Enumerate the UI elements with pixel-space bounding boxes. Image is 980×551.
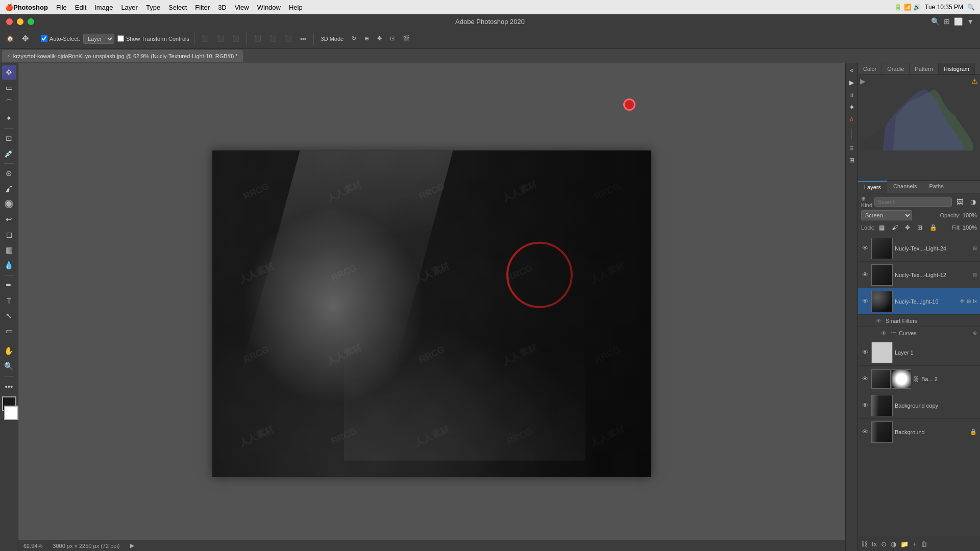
window-close-button[interactable] <box>6 18 13 25</box>
crop-tool[interactable]: ⊡ <box>2 131 16 145</box>
add-group-icon[interactable]: 📁 <box>900 540 909 548</box>
right-icon-1[interactable]: ▶ <box>847 78 857 88</box>
lock-position-btn[interactable]: ✥ <box>902 222 913 233</box>
smart-filter-visibility[interactable]: 👁 <box>874 318 883 324</box>
shape-tool[interactable]: ▭ <box>2 324 16 338</box>
right-icon-history[interactable]: ⌗ <box>847 90 857 100</box>
menu-edit[interactable]: Edit <box>75 4 86 11</box>
clone-stamp-tool[interactable]: 🔘 <box>2 197 16 211</box>
move-tool-button[interactable]: ✥ <box>19 32 31 45</box>
layer-visibility-icon[interactable]: 👁 <box>861 244 869 252</box>
tab-pattern[interactable]: Pattern <box>910 63 938 74</box>
menu-layer[interactable]: Layer <box>121 4 138 11</box>
rotate-3d-button[interactable]: ↻ <box>349 34 359 43</box>
brush-tool[interactable]: 🖌 <box>2 182 16 196</box>
add-adjustment-icon[interactable]: ◑ <box>891 540 896 548</box>
doc-tab-close[interactable]: × <box>7 53 10 59</box>
curves-visibility[interactable]: 👁 <box>879 330 888 336</box>
right-icon-props[interactable]: ⊞ <box>847 155 857 165</box>
auto-select-checkbox[interactable] <box>41 35 47 42</box>
pan-3d-button[interactable]: ✥ <box>375 34 384 43</box>
search-icon[interactable]: 🔍 <box>931 17 940 26</box>
right-icon-ai[interactable]: A <box>847 114 857 124</box>
magic-wand-tool[interactable]: ✦ <box>2 111 16 126</box>
lock-artboard-btn[interactable]: ⊞ <box>915 222 925 233</box>
maximize-icon[interactable]: ⬜ <box>954 17 963 26</box>
menu-3d[interactable]: 3D <box>218 4 227 11</box>
layer-item-active[interactable]: 👁 Nucly-Te...ight-10 👁 ⊞ fx <box>858 288 980 315</box>
menu-select[interactable]: Select <box>168 4 187 11</box>
curves-delete-icon[interactable]: ⊗ <box>973 330 977 336</box>
layer-visibility-icon[interactable]: 👁 <box>861 402 869 409</box>
layer-item-background[interactable]: 👁 Background 🔒 <box>858 419 980 445</box>
tab-layers[interactable]: Layers <box>858 181 887 193</box>
blur-tool[interactable]: 💧 <box>2 258 16 272</box>
delete-layer-icon[interactable]: 🗑 <box>921 540 927 548</box>
layer-item[interactable]: 👁 Nucly-Tex...-Light-12 ⊞ <box>858 262 980 288</box>
lock-image-btn[interactable]: 🖌 <box>889 222 900 233</box>
menu-file[interactable]: File <box>56 4 67 11</box>
layer-item[interactable]: 👁 Layer 1 <box>858 339 980 366</box>
gradient-tool[interactable]: ▦ <box>2 243 16 257</box>
transform-controls-checkbox[interactable] <box>117 35 124 42</box>
background-color[interactable] <box>4 406 18 420</box>
lock-all-btn[interactable]: 🔒 <box>927 222 940 233</box>
orbit-3d-button[interactable]: ⊕ <box>362 34 372 43</box>
tab-gradient[interactable]: Gradie <box>882 63 910 74</box>
history-brush-tool[interactable]: ↩ <box>2 212 16 227</box>
tab-histogram[interactable]: Histogram <box>939 63 975 74</box>
window-maximize-button[interactable] <box>28 18 34 25</box>
scale-3d-button[interactable]: 🎬 <box>400 34 412 43</box>
layer-filter-icon-btn[interactable]: 🖼 <box>954 196 966 207</box>
eraser-tool[interactable]: ◻ <box>2 228 16 242</box>
arrange-icon[interactable]: ⊞ <box>944 17 950 26</box>
fill-value[interactable]: 100% <box>963 224 977 231</box>
layer-visibility-icon[interactable]: 👁 <box>861 297 869 305</box>
opacity-value[interactable]: 100% <box>963 212 977 218</box>
menu-view[interactable]: View <box>235 4 249 11</box>
link-layers-icon[interactable]: ⛓ <box>861 540 868 548</box>
align-bottom-button[interactable]: ⬛ <box>282 34 295 43</box>
align-right-button[interactable]: ⬛ <box>230 34 242 43</box>
menu-type[interactable]: Type <box>146 4 160 11</box>
more-tools-button[interactable]: ••• <box>2 379 16 393</box>
layer-item[interactable]: 👁 ⛓ Ba... 2 <box>858 366 980 392</box>
apple-menu[interactable]: 🍎 <box>5 4 13 11</box>
path-selection-tool[interactable]: ↖ <box>2 309 16 323</box>
lasso-tool[interactable]: ⌒ <box>2 96 16 110</box>
layer-visibility-icon[interactable]: 👁 <box>861 348 869 356</box>
align-top-button[interactable]: ⬛ <box>252 34 264 43</box>
layer-filter-adj-btn[interactable]: ◑ <box>968 196 978 207</box>
canvas-container[interactable]: RRCG人人素材RRCG人人素材RRCG 人人素材RRCG人人素材RRCG人人素… <box>212 151 651 477</box>
pen-tool[interactable]: ✒ <box>2 278 16 292</box>
healing-brush-tool[interactable]: ⊛ <box>2 166 16 181</box>
add-style-icon[interactable]: fx <box>872 540 877 548</box>
3d-mode-button[interactable]: 3D Mode <box>318 34 347 43</box>
menu-filter[interactable]: Filter <box>195 4 210 11</box>
blend-mode-select[interactable]: Screen Normal Multiply Overlay <box>861 210 912 220</box>
move-tool[interactable]: ✥ <box>2 65 16 80</box>
align-center-h-button[interactable]: ⬛ <box>214 34 227 43</box>
auto-select-dropdown[interactable]: Layer Group <box>83 34 114 44</box>
align-center-v-button[interactable]: ⬛ <box>267 34 279 43</box>
search-icon[interactable]: 🔍 <box>967 4 975 11</box>
status-arrow[interactable]: ▶ <box>130 542 134 549</box>
tab-channels[interactable]: Channels <box>887 181 923 193</box>
right-icon-layers[interactable]: ≡ <box>847 143 857 153</box>
more-align-button[interactable]: ••• <box>298 34 309 43</box>
layer-visibility-icon[interactable]: 👁 <box>861 375 869 383</box>
align-left-button[interactable]: ⬛ <box>199 34 211 43</box>
lock-transparent-btn[interactable]: ▦ <box>876 222 887 233</box>
hand-tool[interactable]: ✋ <box>2 344 16 358</box>
add-mask-icon[interactable]: ⊙ <box>881 540 887 548</box>
layer-search-input[interactable] <box>874 197 952 207</box>
collapse-panels-button[interactable]: « <box>847 65 857 76</box>
layer-item-background-copy[interactable]: 👁 Background copy <box>858 392 980 419</box>
window-minimize-button[interactable] <box>17 18 23 25</box>
layer-visibility-icon[interactable]: 👁 <box>861 428 869 436</box>
menu-window[interactable]: Window <box>257 4 281 11</box>
document-tab[interactable]: × krzysztof-kowalik-djdoRnnKLyo-unsplash… <box>2 50 243 62</box>
layer-visibility-icon[interactable]: 👁 <box>861 271 869 279</box>
slide-3d-button[interactable]: ⊡ <box>387 34 397 43</box>
tab-color[interactable]: Color <box>858 63 882 74</box>
